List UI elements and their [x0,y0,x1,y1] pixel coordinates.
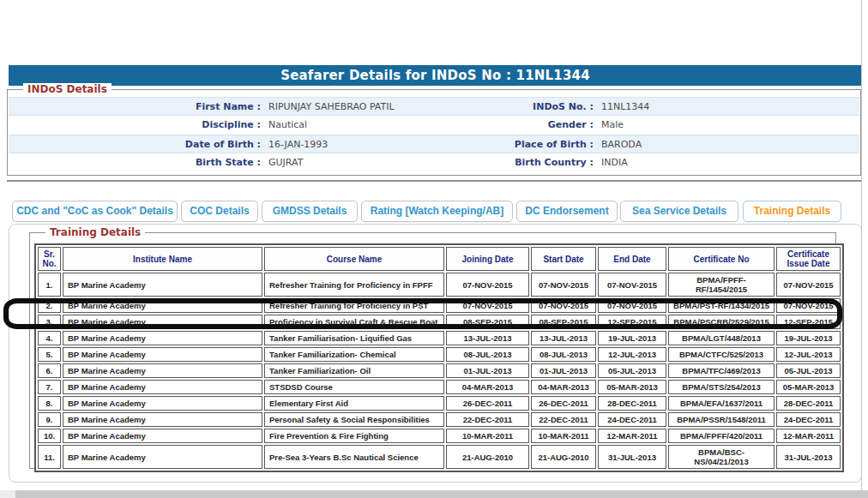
page-title: Seafarer Details for INDoS No : 11NL1344 [9,65,862,86]
field-value: Nautical [268,116,307,135]
table-row: 4.BP Marine AcademyTanker Familiarisatio… [38,331,841,345]
cell-institute: BP Marine Academy [63,396,262,411]
cell-sr: 7. [38,380,61,394]
cell-start: 08-SEP-2015 [531,315,596,329]
indos-field-row: Date of Birth :16-JAN-1993Place of Birth… [9,135,859,153]
horizontal-scrollbar-track[interactable] [0,490,868,498]
cell-issue: 12-MAR-2011 [776,429,841,443]
cell-end: 05-JUL-2013 [598,363,666,378]
cell-course: Personal Safety & Social Responsibilitie… [264,412,444,427]
cell-end: 19-JUL-2013 [598,331,666,345]
field-label: Gender : [405,116,594,135]
table-row: 6.BP Marine AcademyTanker Familiarizatio… [38,363,841,378]
cell-issue: 12-JUL-2013 [776,347,841,362]
cell-certificate: BPMA/STS/254/2013 [668,380,775,394]
cell-course: Pre-Sea 3-Years B.Sc Nautical Science [264,445,444,469]
cell-joining: 01-JUL-2013 [446,363,529,378]
column-header: Start Date [531,247,596,271]
cell-joining: 10-MAR-2011 [446,429,529,443]
indos-details-fieldset: INDoS Details First Name :RIPUNJAY SAHEB… [7,89,861,176]
cell-issue: 07-NOV-2015 [776,273,841,297]
cell-issue: 31-JUL-2013 [776,445,841,469]
tab-rating-watch-keeping-ab[interactable]: Rating [Watch Keeping/AB] [361,201,513,222]
cell-issue: 07-NOV-2015 [776,298,841,313]
table-row: 11.BP Marine AcademyPre-Sea 3-Years B.Sc… [38,445,841,469]
table-row: 8.BP Marine AcademyElementary First Aid2… [38,396,841,411]
cell-certificate: BPMA/PSSR/1548/2011 [668,412,775,427]
cell-start: 10-MAR-2011 [531,429,596,443]
cell-issue: 28-DEC-2011 [776,396,841,411]
cell-certificate: BPMA/CTFC/525/2013 [668,347,775,362]
cell-certificate: BPMA/PSCRB/2529/2015 [668,315,775,329]
cell-end: 12-SEP-2015 [598,315,666,329]
cell-certificate: BPMA/PST-RF/1434/2015 [668,298,775,313]
cell-joining: 08-JUL-2013 [446,347,529,362]
field-value: 11NL1344 [601,98,649,117]
tab-training-details[interactable]: Training Details [743,201,841,222]
cell-sr: 6. [38,363,61,378]
cell-certificate: BPMA/FPFF/420/2011 [668,429,775,443]
cell-certificate: BPMA/FPFF- RF/1454/2015 [668,273,775,297]
cell-institute: BP Marine Academy [63,298,262,313]
cell-institute: BP Marine Academy [63,315,262,329]
field-label: Birth State : [9,153,261,172]
cell-joining: 07-NOV-2015 [446,273,529,297]
window-right-edge [861,0,862,490]
cell-start: 08-JUL-2013 [531,347,596,362]
column-header: Sr. No. [38,247,61,271]
table-row: 5.BP Marine AcademyTanker Familiarizatio… [38,347,841,362]
cell-sr: 3. [38,315,61,329]
cell-course: Refresher Training for Proficiency in PS… [264,298,444,313]
cell-joining: 08-SEP-2015 [446,315,529,329]
tab-coc-details[interactable]: COC Details [181,201,258,222]
table-row: 10.BP Marine AcademyFire Prevention & Fi… [38,429,841,443]
cell-course: Elementary First Aid [264,396,444,411]
cell-course: Tanker Familiarization- Oil [264,363,444,378]
cell-issue: 05-JUL-2013 [776,363,841,378]
column-header: Joining Date [446,247,529,271]
cell-sr: 10. [38,429,61,443]
cell-joining: 07-NOV-2015 [446,298,529,313]
cell-issue: 19-JUL-2013 [776,331,841,345]
column-header: Course Name [264,247,444,271]
field-label: First Name : [9,98,261,117]
indos-field-row: Birth State :GUJRATBirth Country :INDIA [9,153,859,172]
cell-joining: 13-JUL-2013 [446,331,529,345]
tab-gmdss-details[interactable]: GMDSS Details [262,201,358,222]
column-header: Certificate Issue Date [776,247,841,271]
cell-institute: BP Marine Academy [63,412,262,427]
cell-start: 04-MAR-2013 [531,380,596,394]
indos-details-rows: First Name :RIPUNJAY SAHEBRAO PATILINDoS… [9,97,859,172]
field-value: RIPUNJAY SAHEBRAO PATIL [268,98,395,117]
tab-sea-service-details[interactable]: Sea Service Details [620,201,738,222]
column-header: Institute Name [63,247,262,271]
cell-certificate: BPMA/EFA/1637/2011 [668,396,775,411]
cell-start: 21-AUG-2010 [531,445,596,469]
field-value: BARODA [601,135,642,154]
cell-certificate: BPMA/LGT/448/2013 [668,331,775,345]
field-value: Male [601,116,624,135]
tab-cdc-and-coc-as-cook-details[interactable]: CDC and "CoC as Cook" Details [12,201,178,222]
table-header-row: Sr. No.Institute NameCourse NameJoining … [38,247,841,271]
field-value: 16-JAN-1993 [268,135,328,154]
cell-end: 07-NOV-2015 [598,273,666,297]
horizontal-scrollbar-thumb[interactable] [15,490,868,498]
cell-end: 05-MAR-2013 [598,380,666,394]
column-header: Certificate No [668,247,775,271]
indos-field-row: First Name :RIPUNJAY SAHEBRAO PATILINDoS… [9,97,859,116]
cell-institute: BP Marine Academy [63,445,262,469]
table-row: 2.BP Marine AcademyRefresher Training fo… [38,298,841,313]
field-value: GUJRAT [268,153,303,172]
cell-end: 24-DEC-2011 [598,412,666,427]
cell-start: 22-DEC-2011 [531,412,596,427]
cell-course: STSDSD Course [264,380,444,394]
cell-issue: 12-SEP-2015 [776,315,841,329]
cell-start: 07-NOV-2015 [531,298,596,313]
field-label: Birth Country : [405,153,594,172]
cell-start: 07-NOV-2015 [531,273,596,297]
tab-dc-endorsement[interactable]: DC Endorsement [516,201,618,222]
cell-start: 13-JUL-2013 [531,331,596,345]
section-divider [7,180,861,182]
cell-institute: BP Marine Academy [63,363,262,378]
cell-end: 12-JUL-2013 [598,347,666,362]
